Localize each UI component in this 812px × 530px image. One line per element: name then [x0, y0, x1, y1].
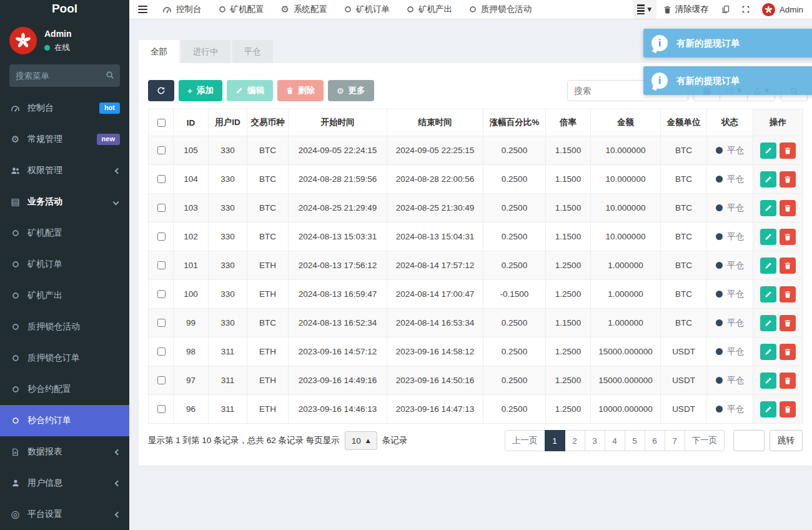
row-edit-button[interactable] — [760, 344, 776, 360]
sidebar-item-platform-settings[interactable]: ◎平台设置 — [0, 499, 129, 530]
page-button-1[interactable]: 1 — [545, 430, 565, 451]
row-edit-button[interactable] — [760, 258, 776, 274]
row-checkbox[interactable] — [157, 405, 166, 413]
row-delete-button[interactable] — [780, 200, 796, 216]
row-checkbox[interactable] — [157, 204, 166, 212]
page-button-2[interactable]: 2 — [565, 430, 585, 451]
page-button-4[interactable]: 4 — [605, 430, 625, 451]
row-checkbox[interactable] — [157, 232, 166, 241]
tabs-list-dropdown[interactable]: ▼ — [633, 0, 656, 19]
sidebar-item-seconds-contract-orders[interactable]: 秒合约订单 — [0, 405, 129, 436]
sidebar-item-user-info[interactable]: 用户信息 — [0, 468, 129, 499]
cell: 1.000000 — [591, 309, 661, 338]
nav-tab-staking-activity[interactable]: 质押锁仓活动 — [469, 4, 532, 15]
refresh-button[interactable] — [148, 80, 174, 101]
tab-in-progress[interactable]: 进行中 — [181, 40, 230, 63]
more-button[interactable]: ⚙ 更多 — [328, 80, 374, 101]
delete-button[interactable]: 删除 — [277, 80, 324, 101]
col-id: ID — [174, 109, 209, 136]
row-delete-button[interactable] — [780, 315, 796, 331]
row-edit-button[interactable] — [760, 401, 776, 418]
admin-avatar[interactable] — [762, 3, 775, 16]
cell: -0.1500 — [483, 280, 546, 309]
sidebar-item-miner-orders[interactable]: 矿机订单 — [0, 249, 129, 280]
status-cell: 平仓 — [707, 251, 753, 280]
row-edit-button[interactable] — [760, 200, 776, 216]
select-all-checkbox[interactable] — [157, 119, 166, 127]
row-edit-button[interactable] — [760, 171, 776, 188]
row-checkbox[interactable] — [157, 290, 166, 298]
circle-icon — [9, 386, 21, 393]
row-delete-button[interactable] — [780, 142, 796, 159]
row-delete-button[interactable] — [780, 372, 796, 389]
nav-tab-miner-orders[interactable]: 矿机订单 — [344, 4, 390, 15]
row-delete-button[interactable] — [780, 344, 796, 360]
toast-notification[interactable]: i 有新的提现订单 — [643, 29, 812, 58]
toast-notification[interactable]: i 有新的提现订单 — [643, 66, 812, 95]
sidebar-item-business[interactable]: ▤业务活动 — [0, 186, 129, 218]
row-select-cell — [149, 222, 174, 251]
row-edit-button[interactable] — [760, 315, 776, 331]
tab-all[interactable]: 全部 — [139, 40, 179, 63]
row-checkbox[interactable] — [157, 261, 166, 269]
jump-page-input[interactable] — [733, 430, 765, 451]
edit-button[interactable]: 编辑 — [227, 80, 273, 101]
row-select-cell — [149, 309, 174, 338]
cell: 0.2500 — [483, 395, 546, 424]
nav-tab-system-config[interactable]: ⚙系统配置 — [281, 4, 327, 15]
row-checkbox[interactable] — [157, 376, 166, 384]
sidebar-item-miner-output[interactable]: 矿机产出 — [0, 280, 129, 311]
cell: 311 — [209, 395, 247, 424]
row-delete-button[interactable] — [780, 258, 796, 274]
next-page-button[interactable]: 下一页 — [685, 430, 725, 451]
row-delete-button[interactable] — [780, 229, 796, 245]
gauge-icon — [162, 5, 172, 14]
sidebar-toggle-icon[interactable] — [138, 6, 147, 13]
sidebar-item-permissions[interactable]: 权限管理 — [0, 155, 129, 186]
sidebar-item-staking-orders[interactable]: 质押锁仓订单 — [0, 342, 129, 374]
sidebar-item-data-reports[interactable]: 数据报表 — [0, 436, 129, 468]
nav-tab-miner-config[interactable]: 矿机配置 — [219, 4, 264, 15]
fullscreen-icon[interactable] — [741, 5, 750, 14]
page-button-7[interactable]: 7 — [665, 430, 685, 451]
sidebar-item-label: 矿机订单 — [27, 259, 62, 270]
sidebar-item-staking-activity[interactable]: 质押锁仓活动 — [0, 311, 129, 342]
nav-tab-miner-output[interactable]: 矿机产出 — [407, 4, 452, 15]
admin-menu[interactable]: Admin — [780, 5, 803, 14]
copy-icon[interactable] — [721, 5, 730, 14]
row-edit-button[interactable] — [760, 372, 776, 389]
page-button-5[interactable]: 5 — [625, 430, 645, 451]
row-checkbox[interactable] — [157, 319, 166, 327]
sidebar-search-input[interactable] — [9, 64, 120, 87]
nav-tab-label: 矿机订单 — [356, 4, 390, 15]
cell: 0.2500 — [483, 222, 546, 251]
row-checkbox[interactable] — [157, 175, 166, 183]
row-checkbox[interactable] — [157, 146, 166, 154]
clear-cache-button[interactable]: 清除缓存 — [663, 4, 709, 15]
avatar[interactable] — [9, 27, 37, 54]
page-size-select[interactable]: 10 ▲ — [345, 431, 377, 450]
sidebar-item-seconds-contract-config[interactable]: 秒合约配置 — [0, 374, 129, 405]
row-delete-button[interactable] — [780, 286, 796, 302]
row-delete-button[interactable] — [780, 171, 796, 188]
page-button-6[interactable]: 6 — [645, 430, 665, 451]
nav-tab-console[interactable]: 控制台 — [162, 4, 202, 15]
actions-cell — [753, 165, 803, 194]
row-edit-button[interactable] — [760, 286, 776, 302]
row-edit-button[interactable] — [760, 142, 776, 159]
row-checkbox[interactable] — [157, 348, 166, 356]
actions-cell — [753, 395, 803, 424]
tab-closed[interactable]: 平仓 — [232, 40, 273, 63]
page-button-3[interactable]: 3 — [585, 430, 605, 451]
add-button[interactable]: +添加 — [179, 80, 222, 101]
prev-page-button[interactable]: 上一页 — [505, 430, 545, 451]
search-icon[interactable] — [106, 71, 114, 79]
jump-button[interactable]: 跳转 — [770, 430, 803, 451]
table-row: 97311ETH2023-09-16 14:49:162023-09-16 14… — [149, 366, 803, 395]
users-icon — [9, 166, 21, 176]
row-edit-button[interactable] — [760, 229, 776, 245]
row-delete-button[interactable] — [780, 401, 796, 418]
sidebar-item-general[interactable]: ⚙常规管理new — [0, 124, 129, 155]
sidebar-item-console[interactable]: 控制台hot — [0, 92, 129, 124]
sidebar-item-miner-config[interactable]: 矿机配置 — [0, 218, 129, 249]
